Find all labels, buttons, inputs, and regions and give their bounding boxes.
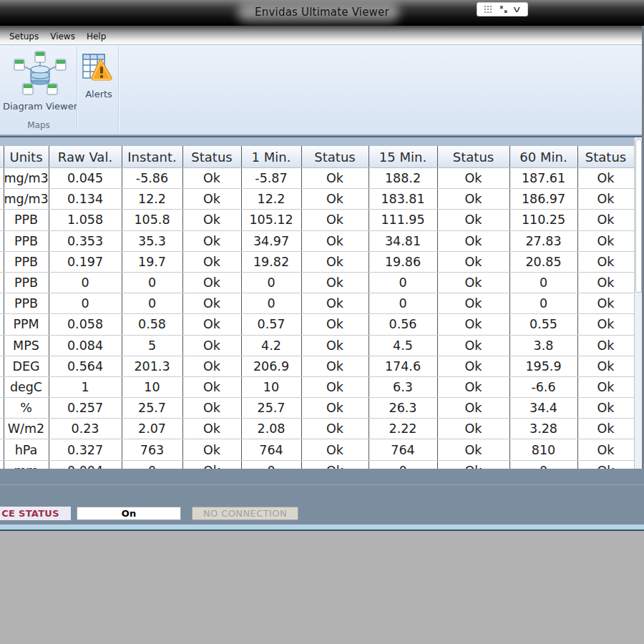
cell: Ok: [182, 230, 241, 251]
cell: Ok: [301, 293, 369, 314]
cell: 764: [241, 439, 301, 460]
cell: 2.22: [369, 419, 437, 439]
cell: hPa: [4, 439, 49, 460]
cell: Ok: [301, 356, 369, 376]
table-row[interactable]: W/m20.232.07Ok2.08Ok2.22Ok3.28Ok: [0, 419, 634, 439]
cell: 188.2: [369, 168, 437, 189]
cell: Ok: [437, 189, 509, 210]
cell: Ok: [437, 439, 509, 460]
cell: 0.058: [49, 314, 122, 335]
col-header-15-min[interactable]: 15 Min.: [369, 146, 437, 168]
cell: 3.8: [509, 335, 577, 356]
cell: Ok: [182, 439, 241, 460]
cell: %: [4, 398, 49, 419]
cell: Ok: [437, 210, 509, 230]
cell: Ok: [182, 335, 241, 356]
cell: 0: [509, 293, 577, 314]
table-row[interactable]: PPB0.35335.3Ok34.97Ok34.81Ok27.83Ok: [0, 230, 634, 251]
no-connection-button[interactable]: NO CONNECTION: [192, 507, 298, 520]
table-row[interactable]: hPa0.327763Ok764Ok764Ok810Ok: [0, 439, 634, 460]
table-row[interactable]: mg/m30.045-5.86Ok-5.87Ok188.2Ok187.61Ok: [0, 168, 634, 189]
menu-help[interactable]: Help: [87, 31, 106, 42]
cell: Ok: [577, 210, 634, 230]
cell: 0: [122, 272, 182, 293]
cell: 0.327: [49, 439, 122, 460]
table-row[interactable]: PPB1.058105.8Ok105.12Ok111.95Ok110.25Ok: [0, 210, 634, 230]
cell: Ok: [182, 189, 241, 210]
col-header-status[interactable]: Status: [437, 146, 509, 168]
device-status-value: On: [77, 507, 181, 520]
table-row[interactable]: DEG0.564201.3Ok206.9Ok174.6Ok195.9Ok: [0, 356, 634, 376]
menu-setups[interactable]: Setups: [9, 31, 39, 42]
cell: 4.2: [241, 335, 301, 356]
cell: Ok: [182, 398, 241, 419]
col-header-units[interactable]: Units: [4, 146, 49, 168]
col-header-1-min[interactable]: 1 Min.: [241, 146, 301, 168]
app-window: Envidas Ultimate Viewer: [0, 0, 644, 644]
diagram-viewer-button[interactable]: Diagram Viewer: [6, 51, 74, 112]
cell: 1: [49, 376, 122, 397]
table-row[interactable]: PPM0.0580.58Ok0.57Ok0.56Ok0.55Ok: [0, 314, 634, 335]
diagram-network-icon: [12, 51, 68, 99]
cell: -6.6: [509, 376, 577, 397]
bottom-strip: [0, 525, 644, 531]
col-header-60-min[interactable]: 60 Min.: [509, 146, 577, 168]
cell: 35.3: [122, 230, 182, 251]
table-top-band: [0, 136, 644, 146]
cell: MPS: [4, 335, 49, 356]
cell: Ok: [182, 314, 241, 335]
cell: Ok: [577, 272, 634, 293]
cell: 0: [241, 293, 301, 314]
cell: Ok: [301, 272, 369, 293]
table-row[interactable]: mg/m30.13412.2Ok12.2Ok183.81Ok186.97Ok: [0, 189, 634, 210]
table-row[interactable]: MPS0.0845Ok4.2Ok4.5Ok3.8Ok: [0, 335, 634, 356]
cell: Ok: [301, 189, 369, 210]
cell: 25.7: [241, 398, 301, 419]
col-header-status[interactable]: Status: [182, 146, 241, 168]
cell: 27.83: [509, 230, 577, 251]
alerts-button[interactable]: Alerts: [81, 53, 117, 99]
cell: 0: [49, 272, 122, 293]
cell: 0.084: [49, 335, 122, 356]
table-row[interactable]: PPB00Ok0Ok0Ok0Ok: [0, 293, 634, 314]
table-row[interactable]: degC110Ok10Ok6.3Ok-6.6Ok: [0, 376, 634, 397]
menu-bar: Setups Views Help: [0, 26, 644, 44]
table-row[interactable]: PPB0.19719.7Ok19.82Ok19.86Ok20.85Ok: [0, 251, 634, 272]
cell: PPB: [4, 251, 49, 272]
cell: 6.3: [369, 376, 437, 397]
col-header-status[interactable]: Status: [577, 146, 634, 168]
cell: Ok: [577, 439, 634, 460]
cell: Ok: [577, 376, 634, 397]
col-header-raw-val[interactable]: Raw Val.: [49, 146, 122, 168]
quick-access-toolbar[interactable]: ∨: [477, 2, 528, 16]
menu-views[interactable]: Views: [50, 31, 75, 42]
cell: Ok: [577, 356, 634, 376]
cell: 2.07: [122, 419, 182, 439]
cell: Ok: [437, 335, 509, 356]
col-header-instant[interactable]: Instant.: [122, 146, 182, 168]
col-header-status[interactable]: Status: [301, 146, 369, 168]
cell: 0: [49, 293, 122, 314]
cell: Ok: [301, 251, 369, 272]
cell: 5: [122, 335, 182, 356]
cell: PPB: [4, 230, 49, 251]
ribbon-separator: [77, 47, 78, 131]
cell: degC: [4, 376, 49, 397]
table-row[interactable]: %0.25725.7Ok25.7Ok26.3Ok34.4Ok: [0, 398, 634, 419]
cell: 3.28: [509, 419, 577, 439]
scrollbar-thumb[interactable]: [635, 139, 642, 293]
ribbon-separator: [118, 47, 119, 131]
cell: 195.9: [509, 356, 577, 376]
cell: 34.81: [369, 230, 437, 251]
cell: 206.9: [241, 356, 301, 376]
cell: Ok: [301, 398, 369, 419]
status-panel-divider: [0, 484, 644, 485]
cell: 0.134: [49, 189, 122, 210]
cell: Ok: [577, 293, 634, 314]
cell: Ok: [437, 376, 509, 397]
cell: Ok: [182, 419, 241, 439]
device-status-label: CE STATUS: [0, 507, 71, 520]
cell: Ok: [577, 314, 634, 335]
cell: PPB: [4, 293, 49, 314]
table-row[interactable]: PPB00Ok0Ok0Ok0Ok: [0, 272, 634, 293]
